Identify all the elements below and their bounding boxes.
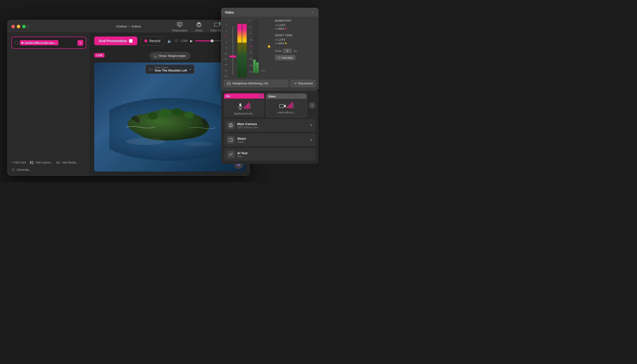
add-layout-button[interactable]: Add Layout... <box>30 161 53 164</box>
card-add-button[interactable]: + <box>77 40 83 46</box>
share-row[interactable]: Share Video ▼ <box>224 134 315 146</box>
record-button[interactable]: Record <box>140 36 164 46</box>
slide-layout-arrow: ▾ <box>189 68 191 71</box>
main-camera-arrow-icon: ▼ <box>310 124 313 127</box>
ai-text-placeholder: Text... <box>237 155 313 158</box>
main-camera-info: Main Camera OBS Virtual Cam... <box>237 122 307 129</box>
svg-rect-14 <box>32 163 33 164</box>
svg-rect-13 <box>32 161 33 162</box>
mic-level-bars <box>244 102 251 109</box>
main-camera-icon <box>227 122 235 129</box>
video-source-card[interactable]: Video 🎧 mixkit-cliffs-in-t... <box>266 94 307 117</box>
end-presentation-label: End Presentation <box>99 39 127 43</box>
maximize-button[interactable] <box>22 25 26 28</box>
level-bars <box>237 24 247 77</box>
record-dot-icon <box>144 40 147 42</box>
momentary-max-value: -∞ MAX <box>275 27 284 30</box>
svg-point-35 <box>238 164 239 166</box>
bottom-toolbar: + Add Card Add Layout... Add Media... Ge… <box>12 158 86 172</box>
disconnect-label: Disconnect <box>298 82 313 85</box>
svg-point-7 <box>198 24 200 26</box>
svg-point-30 <box>184 112 194 118</box>
add-media-button[interactable]: Add Media... <box>57 161 78 164</box>
volume-icon[interactable]: 🔈 <box>167 39 172 43</box>
ai-text-info: AI Text Text... <box>237 151 313 158</box>
media-card: ▶ mixkit-cliffs-in-the-sea-... + <box>12 37 86 49</box>
db-labels: 6 3 0— -3 -6 -10 -15 -20 -30 -40 <box>224 24 228 77</box>
main-camera-row[interactable]: Main Camera OBS Virtual Cam... ▼ <box>224 119 315 132</box>
fader-track <box>232 26 233 75</box>
audio-body: 6 3 0— -3 -6 -10 -15 -20 -30 -40 <box>221 17 318 80</box>
svg-point-46 <box>230 124 232 126</box>
video-pencil-icon <box>214 21 221 28</box>
level-triangle-icon <box>268 44 270 48</box>
teleprompter-tool[interactable]: Teleprompter <box>172 21 187 32</box>
left-meter-section: 6 3 0— -3 -6 -10 -15 -20 -30 -40 <box>224 20 247 77</box>
progress-thumb <box>211 40 214 42</box>
generate-button[interactable]: Generate... <box>12 168 32 172</box>
delay-ms-label: ms <box>293 50 297 52</box>
audio-panel: Video × 6 3 0— -3 -6 -10 -15 -20 -30 -40 <box>221 8 318 90</box>
share-sub: Video <box>237 140 307 143</box>
momentary-max-row: -∞ MAX <box>275 27 316 30</box>
audio-panel-close-button[interactable]: × <box>310 10 315 15</box>
calculate-button[interactable]: Calculate <box>275 55 295 60</box>
mic-source-card[interactable]: Mic 🎧 MacBook Pro Mi... <box>224 94 264 117</box>
mic-card-label: Mic 🎧 <box>224 94 264 98</box>
level-fader[interactable] <box>229 24 236 77</box>
card-checkbox[interactable] <box>15 41 18 44</box>
headphone-monitoring-button[interactable]: Headphone Monitoring | On <box>224 80 288 87</box>
fader-handle[interactable] <box>229 56 236 58</box>
short-term-max-value: -∞ MAX <box>275 42 284 45</box>
audio-panel-header: Video × <box>221 8 318 17</box>
svg-marker-37 <box>268 44 270 48</box>
svg-rect-40 <box>239 104 241 107</box>
calculate-area: Calculate <box>275 55 316 60</box>
short-term-group: SHORT TERM -∞ LUFS -∞ MAX <box>275 34 316 45</box>
card-media-label: ▶ mixkit-cliffs-in-the-sea-... <box>20 40 59 45</box>
add-card-button[interactable]: + Add Card <box>12 161 26 164</box>
play-icon[interactable]: ▶ <box>190 39 193 43</box>
main-camera-name: Main Camera <box>237 122 307 126</box>
close-button[interactable] <box>12 25 15 28</box>
disconnect-button[interactable]: Disconnect <box>290 80 316 87</box>
show-teleprompter-button[interactable]: Show Teleprompter <box>150 52 190 60</box>
sidebar-toggle-icon[interactable]: □ <box>26 24 29 29</box>
sources-row: Mic 🎧 MacBook Pro Mi... <box>224 94 315 117</box>
toolbar-icons: Teleprompter Shoot <box>172 21 225 32</box>
ai-text-label: AI Text <box>237 151 313 155</box>
speed-display[interactable]: 1.00x <box>180 39 187 42</box>
minimize-button[interactable] <box>17 25 20 28</box>
end-presentation-button[interactable]: End Presentation <box>94 36 137 45</box>
share-arrow-icon: ▼ <box>310 138 313 142</box>
slide-layout-bar[interactable]: Slide Layout Over The Shoulder Left ▾ <box>145 64 195 74</box>
video-device-name: mixkit-cliffs-in-t... <box>277 111 295 114</box>
short-term-title: SHORT TERM <box>275 34 316 37</box>
momentary-lufs-row: -∞ LUFS <box>275 24 316 26</box>
share-label: Share <box>237 137 307 140</box>
ai-text-row[interactable]: A AI Text Text... <box>224 148 315 161</box>
slide-layout-value: Over The Shoulder Left <box>155 69 187 72</box>
slide-layout-info: Slide Layout Over The Shoulder Left <box>155 66 187 72</box>
record-label: Record <box>149 39 160 43</box>
video-card-label: Video 🎧 <box>266 94 306 99</box>
momentary-lufs-value: -∞ LUFS <box>275 24 285 26</box>
delay-input[interactable] <box>283 49 292 53</box>
shoot-tool[interactable]: Shoot <box>195 21 202 32</box>
svg-point-29 <box>172 108 182 116</box>
add-source-button[interactable]: + <box>309 102 315 109</box>
delay-label: Delay <box>275 50 282 52</box>
delay-section: Delay ms <box>275 49 316 53</box>
svg-point-28 <box>159 108 171 117</box>
short-term-lufs-value: -∞ LUFS <box>275 38 285 41</box>
svg-line-49 <box>232 141 233 141</box>
window-title-area: Untitled — Edited <box>116 24 141 28</box>
stop-icon <box>129 39 132 42</box>
mic-icon-area <box>238 101 251 110</box>
mic-label-text: Mic <box>226 95 230 98</box>
right-meter-bars <box>253 20 259 73</box>
timer-icon: ⏱ <box>175 39 178 43</box>
teleprompter-icon <box>176 21 183 28</box>
island-graphic <box>109 79 230 160</box>
lufs-section: MOMENTARY -∞ LUFS -∞ MAX SHORT TERM -∞ L… <box>273 20 316 77</box>
